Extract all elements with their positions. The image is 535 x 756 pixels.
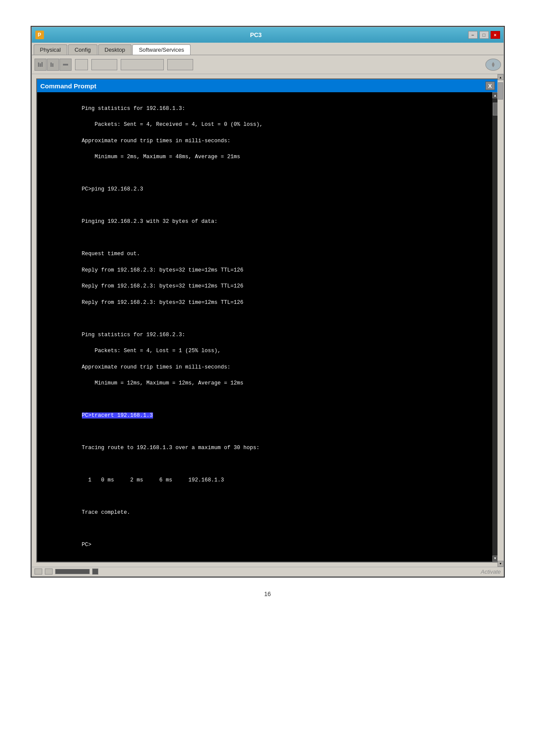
svg-rect-5 <box>63 64 68 66</box>
title-bar-controls: – □ × <box>468 31 500 39</box>
tab-software-services[interactable]: Software/Services <box>132 44 191 55</box>
cmd-window-title: Command Prompt <box>41 82 97 90</box>
main-scroll-track <box>497 80 504 561</box>
toolbar-icon-3[interactable] <box>59 59 72 71</box>
bottom-bar-left <box>34 569 98 575</box>
cmd-body-wrapper: Ping statistics for 192.168.1.3: Packets… <box>37 92 498 562</box>
toolbar-icons-left <box>34 59 72 71</box>
main-scroll-down-button[interactable]: ▼ <box>497 561 504 567</box>
cmd-body[interactable]: Ping statistics for 192.168.1.3: Packets… <box>37 92 498 562</box>
bottom-bar-btn-1[interactable] <box>34 569 42 575</box>
cmd-title-bar: Command Prompt X <box>37 79 498 92</box>
cmd-line-13: Reply from 192.168.2.3: bytes=32 time=12… <box>82 300 244 306</box>
svg-rect-2 <box>41 62 43 67</box>
command-prompt-window: Command Prompt X Ping statistics for 192… <box>36 78 499 562</box>
toolbar-separator-3 <box>121 59 164 70</box>
cmd-line-15: Ping statistics for 192.168.2.3: <box>82 332 185 338</box>
cmd-line-18: Minimum = 12ms, Maximum = 12ms, Average … <box>82 380 244 386</box>
bottom-bar-nav-button[interactable] <box>92 569 98 575</box>
toolbar-icon-4-svg <box>489 60 497 69</box>
cmd-line-21: Tracing route to 192.168.1.3 over a maxi… <box>82 445 260 451</box>
simulator-window: P PC3 – □ × Physical Config Desktop <box>31 27 504 577</box>
page-number: 16 <box>264 590 271 597</box>
svg-rect-3 <box>50 62 52 67</box>
cmd-line-6: PC>ping 192.168.2.3 <box>82 186 144 192</box>
toolbar-separator-4 <box>167 59 193 70</box>
toolbar-icon-2[interactable] <box>47 59 59 71</box>
cmd-line-17: Approximate round trip times in milli-se… <box>82 364 231 370</box>
cmd-line-3: Approximate round trip times in milli-se… <box>82 138 231 144</box>
main-scroll-thumb[interactable] <box>498 82 503 100</box>
svg-rect-4 <box>52 63 53 67</box>
main-scrollbar: ▲ ▼ <box>497 74 504 567</box>
close-button[interactable]: × <box>491 31 500 39</box>
toolbar-icon-4[interactable] <box>485 59 501 71</box>
minimize-button[interactable]: – <box>468 31 478 39</box>
title-bar-title-wrapper: PC3 <box>44 31 468 38</box>
activate-text: Activate <box>481 569 501 575</box>
cmd-line-11: Reply from 192.168.2.3: bytes=32 time=12… <box>82 267 244 273</box>
toolbar-icon-1-svg <box>37 61 44 68</box>
maximize-button[interactable]: □ <box>479 31 489 39</box>
main-content: Command Prompt X Ping statistics for 192… <box>32 74 504 567</box>
window-title: PC3 <box>44 31 468 38</box>
title-bar: P PC3 – □ × <box>32 27 504 43</box>
cmd-line-1: Ping statistics for 192.168.1.3: <box>82 106 185 112</box>
cmd-line-10: Request timed out. <box>82 251 140 257</box>
cmd-line-12: Reply from 192.168.2.3: bytes=32 time=12… <box>82 283 244 289</box>
bottom-bar-btn-2[interactable] <box>45 569 53 575</box>
toolbar-icon-2-svg <box>50 61 56 68</box>
tab-desktop[interactable]: Desktop <box>98 44 132 55</box>
toolbar-icon-1[interactable] <box>34 59 47 71</box>
bottom-bar-indicator <box>55 569 90 574</box>
title-bar-left: P <box>35 31 44 39</box>
toolbar-icon-3-svg <box>62 61 69 68</box>
tab-config[interactable]: Config <box>68 44 97 55</box>
main-scroll-up-button[interactable]: ▲ <box>497 74 504 80</box>
tab-physical[interactable]: Physical <box>34 44 67 55</box>
tab-bar: Physical Config Desktop Software/Service… <box>32 43 504 55</box>
cmd-highlighted-command: PC>tracert 192.168.1.3 <box>82 412 153 419</box>
cmd-line-23: 1 0 ms 2 ms 6 ms 192.168.1.3 <box>82 477 224 483</box>
cmd-line-16: Packets: Sent = 4, Lost = 1 (25% loss), <box>82 348 221 354</box>
toolbar-separator-1 <box>75 59 88 70</box>
cmd-line-8: Pinging 192.168.2.3 with 32 bytes of dat… <box>82 219 218 225</box>
page-container: P PC3 – □ × Physical Config Desktop <box>31 26 505 578</box>
cmd-line-25: Trace complete. <box>82 509 131 515</box>
app-icon: P <box>35 31 44 39</box>
toolbar-separator-2 <box>91 59 117 70</box>
svg-rect-0 <box>38 62 39 67</box>
bottom-bar: Activate <box>32 567 504 576</box>
cmd-close-button[interactable]: X <box>485 81 495 90</box>
cmd-line-2: Packets: Sent = 4, Received = 4, Lost = … <box>82 122 263 128</box>
toolbar <box>32 55 504 74</box>
cmd-line-27: PC> <box>82 542 92 548</box>
cmd-line-4: Minimum = 2ms, Maximum = 48ms, Average =… <box>82 154 241 160</box>
svg-rect-1 <box>40 63 41 67</box>
